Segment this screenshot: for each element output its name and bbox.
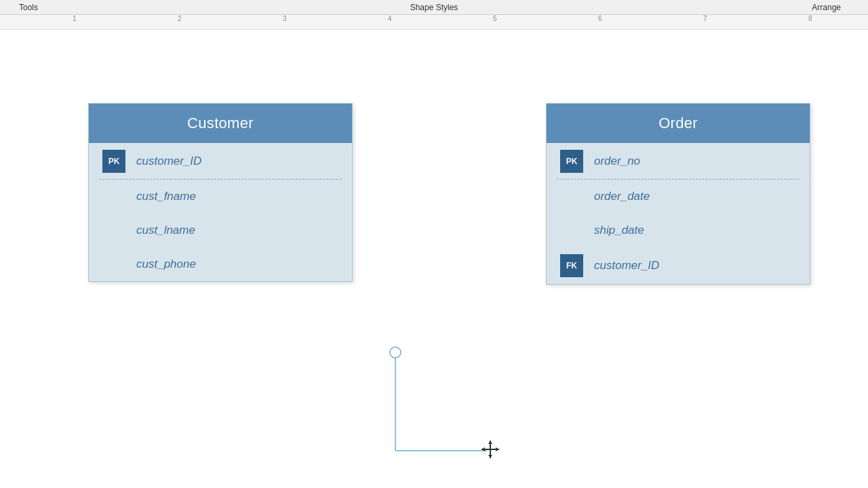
ruler-mark-8: 8 xyxy=(808,15,812,24)
order-table-header: Order xyxy=(547,104,810,143)
ship-date-row[interactable]: ship_date xyxy=(547,214,810,247)
ruler-mark-1: 1 xyxy=(73,15,77,24)
cust-fname-row[interactable]: cust_fname xyxy=(89,180,352,214)
fk-customer-id-row[interactable]: FK customer_ID xyxy=(547,247,810,284)
fk-customer-id-field: customer_ID xyxy=(594,259,659,272)
svg-marker-3 xyxy=(488,455,492,458)
ruler-mark-2: 2 xyxy=(178,15,182,24)
svg-marker-4 xyxy=(481,447,485,451)
customer-table[interactable]: Customer PK customer_ID cust_fname cust_… xyxy=(88,103,353,282)
fk-badge-order: FK xyxy=(560,254,583,277)
ruler-mark-4: 4 xyxy=(388,15,392,24)
ruler: 12345678 xyxy=(0,15,868,30)
order-no-field: order_no xyxy=(594,155,640,168)
svg-marker-2 xyxy=(488,441,492,444)
connector-circle xyxy=(390,347,401,358)
move-cursor-indicator xyxy=(480,439,500,462)
cust-phone-field: cust_phone xyxy=(136,258,196,271)
customer-id-field: customer_ID xyxy=(136,155,201,168)
order-date-row[interactable]: order_date xyxy=(547,180,810,214)
order-table[interactable]: Order PK order_no order_date ship_date F… xyxy=(546,103,810,285)
menu-item-shape-styles[interactable]: Shape Styles xyxy=(397,0,472,15)
customer-pk-row[interactable]: PK customer_ID xyxy=(89,143,352,180)
order-pk-row[interactable]: PK order_no xyxy=(547,143,810,180)
ruler-mark-5: 5 xyxy=(493,15,497,24)
menu-bar-items: Tools Shape Styles Arrange xyxy=(5,0,863,15)
ruler-mark-6: 6 xyxy=(598,15,602,24)
svg-marker-5 xyxy=(496,447,499,451)
ruler-mark-3: 3 xyxy=(283,15,287,24)
cust-fname-field: cust_fname xyxy=(136,190,196,203)
menu-item-tools[interactable]: Tools xyxy=(5,0,52,15)
cust-phone-row[interactable]: cust_phone xyxy=(89,247,352,281)
order-table-body: PK order_no order_date ship_date FK cust… xyxy=(547,143,810,284)
customer-table-header: Customer xyxy=(89,104,352,143)
customer-table-body: PK customer_ID cust_fname cust_lname cus… xyxy=(89,143,352,281)
cust-lname-row[interactable]: cust_lname xyxy=(89,214,352,247)
ship-date-field: ship_date xyxy=(594,224,644,237)
ruler-mark-7: 7 xyxy=(703,15,707,24)
canvas[interactable]: Customer PK customer_ID cust_fname cust_… xyxy=(0,30,868,488)
move-cursor-icon xyxy=(480,439,500,460)
menu-bar: Tools Shape Styles Arrange xyxy=(0,0,868,15)
menu-item-arrange[interactable]: Arrange xyxy=(798,0,854,15)
order-date-field: order_date xyxy=(594,190,650,203)
pk-badge-customer: PK xyxy=(102,150,125,173)
pk-badge-order: PK xyxy=(560,150,583,173)
cust-lname-field: cust_lname xyxy=(136,224,195,237)
